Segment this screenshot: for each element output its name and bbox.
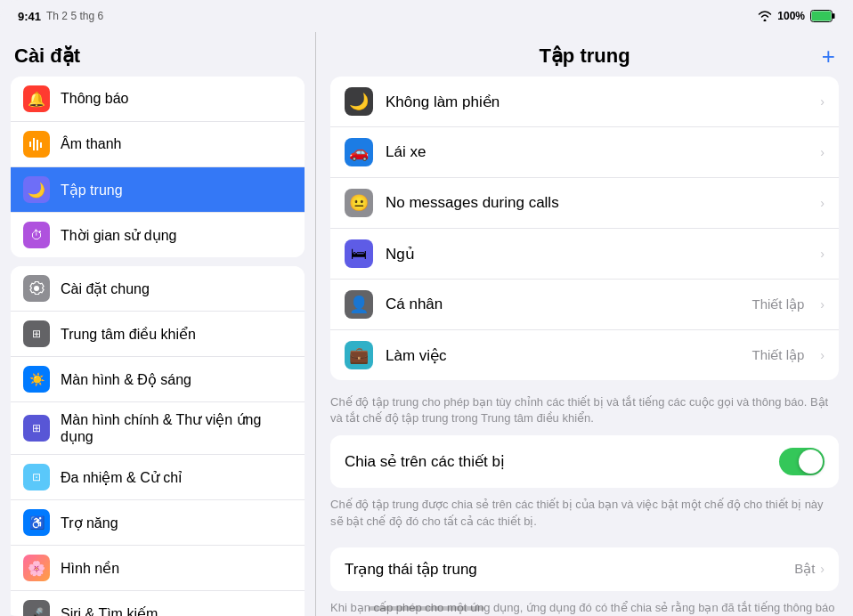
chevron-ca-nhan: › bbox=[820, 297, 825, 312]
sidebar-item-thong-bao[interactable]: 🔔 Thông báo bbox=[11, 77, 305, 122]
focus-detail-ca-nhan: Thiết lập bbox=[751, 296, 804, 312]
status-bar: 9:41 Th 2 5 thg 6 100% bbox=[0, 0, 853, 32]
sidebar-item-am-thanh[interactable]: Âm thanh bbox=[11, 122, 305, 167]
status-bar-left: 9:41 Th 2 5 thg 6 bbox=[18, 10, 103, 23]
focus-item-lai-xe[interactable]: 🚗 Lái xe › bbox=[330, 127, 839, 178]
chevron-lai-xe: › bbox=[820, 145, 825, 159]
focus-icon-no-messages: 😐 bbox=[345, 189, 373, 217]
home-indicator bbox=[369, 606, 484, 611]
status-description: Khi bạn cấp phép cho một ứng dụng, ứng d… bbox=[316, 595, 853, 616]
sidebar-item-tap-trung[interactable]: 🌙 Tập trung bbox=[11, 167, 305, 213]
focus-icon-lai-xe: 🚗 bbox=[345, 138, 373, 166]
focus-label-ngu: Ngủ bbox=[386, 245, 804, 263]
svg-rect-1 bbox=[833, 13, 835, 19]
sidebar-item-cai-dat-chung[interactable]: Cài đặt chung bbox=[11, 266, 305, 312]
focus-label-no-messages: No messages during calls bbox=[386, 194, 804, 212]
sidebar-label-am-thanh: Âm thanh bbox=[61, 136, 292, 152]
battery-icon bbox=[810, 10, 835, 22]
share-toggle-section: Chia sẻ trên các thiết bị bbox=[330, 435, 839, 488]
status-time: 9:41 bbox=[18, 10, 41, 23]
chevron-khong-lam-phien: › bbox=[820, 94, 825, 109]
sidebar-label-tap-trung: Tập trung bbox=[61, 182, 292, 199]
wifi-icon bbox=[758, 11, 772, 21]
sidebar-item-tro-nang[interactable]: ♿ Trợ năng bbox=[11, 500, 305, 546]
battery-level: 100% bbox=[777, 10, 805, 22]
status-label: Trạng thái tập trung bbox=[345, 560, 477, 579]
main-container: Cài đặt 🔔 Thông báo Âm thanh 🌙 Tập trung bbox=[0, 32, 853, 616]
status-bar-right: 100% bbox=[758, 10, 835, 22]
sidebar-icon-tap-trung: 🌙 bbox=[23, 176, 50, 203]
status-day: Th 2 5 thg 6 bbox=[46, 10, 103, 22]
sidebar-icon-thoi-gian: ⏱ bbox=[23, 222, 50, 248]
share-toggle-label: Chia sẻ trên các thiết bị bbox=[345, 452, 505, 471]
sidebar-title: Cài đặt bbox=[0, 32, 315, 77]
status-detail: Bật › bbox=[794, 561, 825, 577]
focus-label-lam-viec: Làm việc bbox=[386, 346, 739, 365]
sidebar-item-trung-tam[interactable]: ⊞ Trung tâm điều khiển bbox=[11, 312, 305, 357]
sidebar-icon-man-hinh-chinh: ⊞ bbox=[23, 415, 50, 442]
sidebar-section-1: 🔔 Thông báo Âm thanh 🌙 Tập trung ⏱ Thời … bbox=[11, 77, 305, 257]
sidebar-label-hinh-nen: Hình nền bbox=[61, 560, 292, 577]
focus-label-lai-xe: Lái xe bbox=[386, 143, 804, 161]
sidebar-icon-da-nhiem: ⊡ bbox=[23, 464, 50, 490]
sidebar-label-siri: Siri & Tìm kiếm bbox=[61, 605, 292, 617]
sidebar-label-tro-nang: Trợ năng bbox=[61, 515, 292, 531]
sidebar-label-thoi-gian: Thời gian sử dụng bbox=[61, 227, 292, 244]
focus-icon-lam-viec: 💼 bbox=[345, 341, 373, 369]
sidebar-label-da-nhiem: Đa nhiệm & Cử chỉ bbox=[61, 469, 292, 486]
add-focus-button[interactable]: + bbox=[822, 43, 835, 70]
sidebar-item-hinh-nen[interactable]: 🌸 Hình nền bbox=[11, 546, 305, 591]
focus-item-ca-nhan[interactable]: 👤 Cá nhân Thiết lập › bbox=[330, 280, 839, 330]
chevron-lam-viec: › bbox=[820, 348, 825, 362]
right-panel: Tập trung + 🌙 Không làm phiền › 🚗 Lái xe… bbox=[316, 32, 853, 616]
share-description: Chế độ tập trung được chia sẻ trên các t… bbox=[316, 491, 853, 538]
sidebar-icon-cai-dat-chung bbox=[23, 275, 50, 302]
sidebar: Cài đặt 🔔 Thông báo Âm thanh 🌙 Tập trung bbox=[0, 32, 316, 616]
status-row[interactable]: Trạng thái tập trung Bật › bbox=[330, 547, 839, 591]
focus-icon-ca-nhan: 👤 bbox=[345, 290, 373, 319]
sidebar-label-trung-tam: Trung tâm điều khiển bbox=[61, 326, 292, 343]
focus-item-khong-lam-phien[interactable]: 🌙 Không làm phiền › bbox=[330, 77, 839, 127]
focus-label-ca-nhan: Cá nhân bbox=[386, 296, 739, 313]
focus-icon-khong-lam-phien: 🌙 bbox=[345, 87, 373, 116]
focus-label-khong-lam-phien: Không làm phiền bbox=[386, 93, 804, 111]
sidebar-label-cai-dat-chung: Cài đặt chung bbox=[61, 280, 292, 297]
chevron-status: › bbox=[820, 562, 825, 576]
sidebar-icon-tro-nang: ♿ bbox=[23, 509, 50, 536]
focus-icon-ngu: 🛏 bbox=[345, 239, 373, 268]
sidebar-label-man-hinh: Màn hình & Độ sáng bbox=[61, 371, 292, 388]
status-section: Trạng thái tập trung Bật › bbox=[330, 547, 839, 591]
sidebar-section-2: Cài đặt chung ⊞ Trung tâm điều khiển ☀️ … bbox=[11, 266, 305, 616]
focus-description: Chế độ tập trung cho phép bạn tùy chỉnh … bbox=[316, 389, 853, 435]
focus-item-ngu[interactable]: 🛏 Ngủ › bbox=[330, 229, 839, 280]
right-header: Tập trung + bbox=[316, 32, 853, 77]
svg-rect-2 bbox=[812, 12, 832, 21]
sidebar-icon-am-thanh bbox=[23, 131, 50, 158]
focus-item-no-messages[interactable]: 😐 No messages during calls › bbox=[330, 178, 839, 229]
sidebar-label-man-hinh-chinh: Màn hình chính & Thư viện ứng dụng bbox=[61, 411, 292, 445]
sidebar-item-thoi-gian[interactable]: ⏱ Thời gian sử dụng bbox=[11, 213, 305, 257]
sidebar-icon-man-hinh: ☀️ bbox=[23, 366, 50, 393]
toggle-knob bbox=[799, 450, 823, 474]
share-toggle-row: Chia sẻ trên các thiết bị bbox=[330, 435, 839, 488]
sidebar-item-man-hinh-chinh[interactable]: ⊞ Màn hình chính & Thư viện ứng dụng bbox=[11, 402, 305, 455]
sidebar-icon-siri: 🎤 bbox=[23, 600, 50, 616]
focus-detail-lam-viec: Thiết lập bbox=[751, 347, 804, 363]
status-value: Bật bbox=[794, 561, 815, 577]
focus-items-section: 🌙 Không làm phiền › 🚗 Lái xe › 😐 No mess… bbox=[330, 77, 839, 380]
chevron-ngu: › bbox=[820, 247, 825, 261]
sidebar-label-thong-bao: Thông báo bbox=[61, 91, 292, 107]
chevron-no-messages: › bbox=[820, 196, 825, 210]
focus-item-lam-viec[interactable]: 💼 Làm việc Thiết lập › bbox=[330, 330, 839, 380]
right-panel-title: Tập trung bbox=[539, 45, 630, 68]
sidebar-icon-hinh-nen: 🌸 bbox=[23, 555, 50, 581]
sidebar-item-man-hinh[interactable]: ☀️ Màn hình & Độ sáng bbox=[11, 357, 305, 402]
sidebar-icon-trung-tam: ⊞ bbox=[23, 320, 50, 347]
sidebar-icon-thong-bao: 🔔 bbox=[23, 85, 50, 112]
sidebar-item-da-nhiem[interactable]: ⊡ Đa nhiệm & Cử chỉ bbox=[11, 455, 305, 500]
share-toggle-switch[interactable] bbox=[779, 448, 825, 475]
sidebar-item-siri[interactable]: 🎤 Siri & Tìm kiếm bbox=[11, 591, 305, 616]
